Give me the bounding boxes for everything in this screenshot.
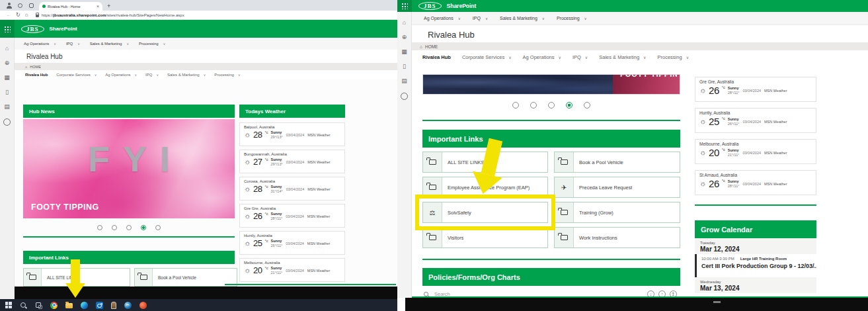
carousel-dot[interactable] — [112, 225, 117, 230]
carousel-dot[interactable] — [97, 225, 102, 230]
important-link-card[interactable]: Training (Grow) — [554, 202, 680, 223]
add-icon[interactable] — [401, 93, 408, 100]
msn-weather-link[interactable]: MSN Weather — [307, 242, 330, 245]
important-link-card[interactable]: SolvSafety — [422, 202, 548, 223]
carousel-dots — [422, 102, 680, 109]
msn-weather-link[interactable]: MSN Weather — [307, 269, 330, 273]
top-nav-item[interactable]: Sales & Marketing∨ — [90, 42, 129, 46]
msn-weather-link[interactable]: MSN Weather — [307, 187, 330, 191]
carousel-dot[interactable] — [512, 102, 519, 109]
hub-nav-item[interactable]: Sales & Marketing∨ — [167, 73, 206, 77]
msn-weather-link[interactable]: MSN Weather — [764, 151, 787, 155]
news-icon[interactable] — [401, 49, 407, 55]
task-view-icon[interactable] — [35, 302, 42, 309]
app-launcher-button[interactable] — [397, 0, 412, 12]
important-link-card[interactable]: Visitors — [422, 227, 548, 248]
hub-nav-item[interactable]: IPQ∨ — [572, 54, 588, 60]
profile-icon[interactable] — [6, 3, 12, 9]
carousel-dot[interactable] — [548, 102, 555, 109]
folder-icon — [423, 152, 442, 172]
door-app-icon[interactable] — [111, 302, 116, 309]
search-icon[interactable] — [20, 302, 27, 309]
vertical-tabs-icon[interactable] — [28, 3, 34, 9]
database-icon[interactable] — [401, 78, 407, 84]
msn-weather-link[interactable]: MSN Weather — [764, 89, 787, 93]
top-nav-item[interactable]: Ag Operations∨ — [424, 16, 461, 21]
back-icon[interactable] — [6, 12, 11, 18]
hub-nav-item[interactable]: Processing∨ — [214, 73, 240, 77]
top-nav-item[interactable]: Sales & Marketing∨ — [500, 16, 545, 21]
hub-nav-item[interactable]: Rivalea Hub∨ — [25, 73, 48, 77]
add-icon[interactable] — [3, 118, 11, 126]
waffle-icon — [401, 3, 408, 9]
breadcrumb[interactable]: HOME — [412, 42, 868, 50]
breadcrumb[interactable]: HOME — [15, 63, 397, 70]
hub-nav-item[interactable]: Rivalea Hub∨ — [422, 54, 451, 60]
hub-nav-item[interactable]: Ag Operations∨ — [523, 54, 561, 60]
hub-nav-item[interactable]: Sales & Marketing∨ — [599, 54, 646, 60]
msn-weather-link[interactable]: MSN Weather — [307, 160, 330, 164]
left-app-rail — [0, 38, 15, 299]
msn-weather-link[interactable]: MSN Weather — [764, 120, 787, 124]
hub-nav-item[interactable]: Ag Operations∨ — [105, 73, 137, 77]
msn-weather-link[interactable]: MSN Weather — [764, 182, 787, 186]
globe-icon[interactable] — [5, 60, 10, 66]
carousel-dots — [23, 225, 235, 230]
home-icon[interactable] — [403, 20, 406, 26]
globe-icon[interactable] — [402, 34, 407, 40]
hub-nav: Rivalea Hub∨Corporate Services∨Ag Operat… — [412, 50, 868, 64]
hub-nav-item[interactable]: Processing∨ — [658, 54, 690, 60]
carousel-dot[interactable] — [530, 102, 537, 109]
top-nav-item[interactable]: Ag Operations∨ — [24, 42, 56, 46]
important-link-card[interactable]: Preceda Leave Request — [554, 177, 680, 198]
powerpoint-icon[interactable] — [139, 302, 147, 309]
carousel-dot[interactable] — [584, 102, 590, 109]
important-links-grid: ALL SITE LINKS Book a Pool Vehicle — [23, 268, 235, 287]
outlook-icon[interactable] — [96, 302, 103, 309]
jbs-logo: JBS — [21, 25, 44, 33]
section-divider — [422, 259, 680, 260]
new-tab-icon[interactable] — [107, 3, 110, 9]
carousel-dot[interactable] — [126, 225, 132, 230]
home-button-icon[interactable] — [25, 12, 28, 18]
hub-news-carousel-slide[interactable]: FOOTY TIPPING — [422, 74, 680, 95]
calendar-event[interactable]: 10:00 AM-3:30 PMLarge HR Training Room C… — [695, 254, 816, 277]
top-nav-item[interactable]: Processing∨ — [557, 16, 587, 21]
sun-icon — [699, 87, 706, 94]
news-icon[interactable] — [4, 75, 10, 81]
sphere-app-icon[interactable] — [124, 302, 132, 309]
page-icon[interactable] — [5, 89, 9, 95]
sun-icon — [244, 131, 251, 138]
top-nav-item[interactable]: IPQ∨ — [66, 42, 80, 46]
close-icon[interactable] — [97, 4, 99, 9]
sun-icon — [244, 158, 251, 165]
top-nav-item[interactable]: Processing∨ — [139, 42, 165, 46]
important-link-card[interactable]: Work Instructions — [554, 227, 680, 248]
msn-weather-link[interactable]: MSN Weather — [307, 214, 330, 218]
url-box[interactable]: https://jbsaustralia.sharepoint.com/site… — [33, 13, 391, 17]
file-explorer-icon[interactable] — [65, 303, 73, 308]
page-icon[interactable] — [403, 64, 406, 69]
left-browser-window: Rivalea Hub - Home https://jbsaustralia.… — [0, 0, 398, 311]
msn-weather-link[interactable]: MSN Weather — [307, 133, 330, 137]
database-icon[interactable] — [4, 104, 10, 110]
refresh-icon[interactable] — [16, 12, 20, 18]
start-icon[interactable] — [5, 302, 12, 308]
hub-nav-item[interactable]: Corporate Services∨ — [462, 54, 512, 60]
carousel-dot[interactable] — [141, 225, 146, 230]
chrome-icon[interactable] — [50, 302, 58, 309]
app-launcher-button[interactable] — [0, 20, 15, 38]
edge-icon[interactable] — [81, 302, 88, 309]
important-link-card[interactable]: Book a Pool Vehicle — [134, 268, 237, 287]
hub-news-carousel-slide[interactable]: FYI FOOTY TIPPING — [23, 119, 235, 218]
home-icon[interactable] — [5, 46, 9, 52]
top-nav-item[interactable]: IPQ∨ — [473, 16, 488, 21]
hub-nav-item[interactable]: Corporate Services∨ — [56, 73, 97, 77]
carousel-dot[interactable] — [566, 102, 572, 109]
carousel-dot[interactable] — [155, 225, 161, 230]
important-link-card[interactable]: Book a Pool Vehicle — [554, 152, 680, 173]
lock-icon[interactable] — [36, 15, 39, 17]
browser-menu-icon[interactable] — [17, 3, 23, 9]
hub-nav-item[interactable]: IPQ∨ — [145, 73, 159, 77]
browser-tab[interactable]: Rivalea Hub - Home — [39, 2, 102, 11]
